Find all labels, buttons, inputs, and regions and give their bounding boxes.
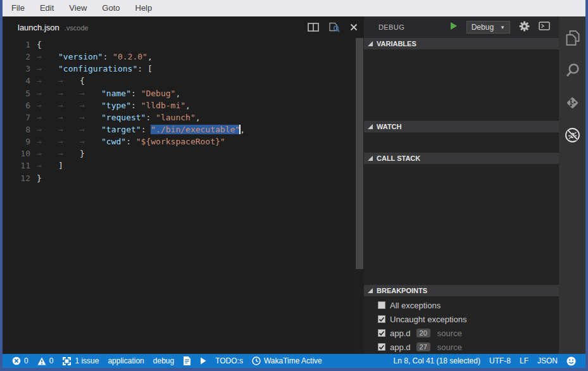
start-debug-button[interactable] <box>450 22 458 33</box>
debug-console-icon[interactable] <box>539 22 550 33</box>
code-line[interactable]: 12} <box>3 172 355 184</box>
code-line[interactable]: 5→→→"name": "Debug", <box>3 87 355 99</box>
clock-icon <box>252 356 261 365</box>
code-line[interactable]: 6→→→"type": "lldb-mi", <box>3 99 355 111</box>
code-token: } <box>80 149 85 158</box>
line-number: 8 <box>3 123 30 135</box>
debug-sidebar: DEBUG Debug ▼ VARIABLES WATCH <box>364 16 559 354</box>
code-line[interactable]: 1{ <box>3 39 355 51</box>
tab-whitespace-marker: → <box>80 99 101 111</box>
watch-content <box>364 132 559 153</box>
menu-item-view[interactable]: View <box>61 0 94 16</box>
status-item-todo-s[interactable]: TODO:s <box>211 354 247 368</box>
tab-whitespace-marker: → <box>37 51 58 63</box>
error-icon <box>12 356 21 365</box>
debug-panel-title: DEBUG <box>378 23 404 31</box>
code-editor[interactable]: 1{2→"version": "0.2.0",3→"configurations… <box>3 38 355 354</box>
debug-disabled-icon[interactable] <box>559 119 585 151</box>
editor-scrollbar[interactable] <box>355 38 364 354</box>
code-token: "type" <box>101 101 131 110</box>
gear-icon[interactable] <box>519 21 530 34</box>
split-editor-icon[interactable] <box>308 23 319 32</box>
tab-whitespace-marker: → <box>58 135 80 148</box>
status-label: LF <box>520 356 529 365</box>
call-stack-content <box>364 164 559 285</box>
code-line[interactable]: 10→→} <box>3 148 355 160</box>
play-icon <box>200 357 206 365</box>
breakpoint-checkbox[interactable] <box>378 315 385 323</box>
status-label: 0 <box>24 356 28 365</box>
code-line[interactable]: 7→→→"request": "launch", <box>3 111 355 123</box>
twistie-icon <box>368 287 373 294</box>
files-icon[interactable] <box>559 22 585 54</box>
line-content: →→→"type": "lldb-mi", <box>37 99 191 111</box>
status-item-smiley-icon[interactable] <box>562 354 580 368</box>
tab-title[interactable]: launch.json <box>18 23 59 32</box>
code-token: : <box>126 137 136 146</box>
section-variables[interactable]: VARIABLES <box>364 38 559 49</box>
breakpoint-line-badge: 20 <box>416 329 430 337</box>
code-line[interactable]: 9→→→"cwd": "${workspaceRoot}" <box>3 135 355 148</box>
menu-item-edit[interactable]: Edit <box>32 0 61 16</box>
status-item-todo-file-icon[interactable] <box>178 354 196 368</box>
tab-whitespace-marker: → <box>37 160 58 172</box>
status-label: JSON <box>537 356 558 365</box>
code-line[interactable]: 2→"version": "0.2.0", <box>3 51 355 63</box>
git-icon[interactable] <box>559 87 585 119</box>
section-watch[interactable]: WATCH <box>364 121 559 132</box>
breakpoint-row[interactable]: app.d20source <box>364 326 559 340</box>
status-item-0[interactable]: 0 <box>33 354 58 368</box>
tab-whitespace-marker: → <box>80 87 101 99</box>
code-token: , <box>240 125 245 134</box>
line-number: 10 <box>3 148 30 160</box>
editor-region: launch.json .vscode 1{2→"version": "0.2.… <box>3 16 364 354</box>
status-label: UTF-8 <box>489 356 511 365</box>
status-item-application[interactable]: application <box>103 354 148 368</box>
menu-item-help[interactable]: Help <box>128 0 160 16</box>
search-icon[interactable] <box>559 54 585 87</box>
tab-whitespace-marker: → <box>80 111 101 123</box>
status-item-debug[interactable]: debug <box>149 354 178 368</box>
breakpoint-checkbox[interactable] <box>378 301 385 309</box>
todo-file-icon <box>183 356 191 366</box>
status-label: debug <box>153 356 174 365</box>
code-token: , <box>196 113 201 122</box>
tab-whitespace-marker: → <box>37 123 58 135</box>
section-variables-label: VARIABLES <box>377 40 416 47</box>
code-line[interactable]: 3→"configurations": [ <box>3 63 355 75</box>
tab-whitespace-marker: → <box>37 148 58 160</box>
scrollbar-thumb[interactable] <box>356 38 363 269</box>
breakpoint-row[interactable]: app.d27source <box>364 340 559 354</box>
warning-icon <box>37 357 46 365</box>
tab-whitespace-marker: → <box>58 75 80 87</box>
line-content: →→→"request": "launch", <box>37 111 201 123</box>
section-breakpoints[interactable]: BREAKPOINTS <box>364 285 559 296</box>
debug-config-dropdown[interactable]: Debug ▼ <box>466 21 510 34</box>
status-item-ln-8-col-41-18-selected[interactable]: Ln 8, Col 41 (18 selected) <box>389 354 485 368</box>
status-right: Ln 8, Col 41 (18 selected)UTF-8LFJSON <box>389 354 580 368</box>
status-item-0[interactable]: 0 <box>8 354 33 368</box>
preview-icon[interactable] <box>328 22 341 33</box>
editor-tab-bar: launch.json .vscode <box>3 16 364 38</box>
section-call-stack[interactable]: CALL STACK <box>364 153 559 164</box>
breakpoint-row[interactable]: Uncaught exceptions <box>364 312 559 326</box>
code-line[interactable]: 8→→→"target": "./bin/executable", <box>3 123 355 135</box>
status-item-play-icon[interactable] <box>196 354 211 368</box>
menu-item-goto[interactable]: Goto <box>94 0 127 16</box>
close-icon[interactable] <box>350 23 358 31</box>
debug-panel-header: DEBUG Debug ▼ <box>364 16 559 38</box>
smiley-icon <box>566 356 576 366</box>
breakpoint-checkbox[interactable] <box>378 329 385 337</box>
line-number: 1 <box>3 39 30 51</box>
menu-item-file[interactable]: File <box>4 0 32 16</box>
status-item-lf[interactable]: LF <box>515 354 533 368</box>
breakpoint-checkbox[interactable] <box>378 343 385 351</box>
status-item-1-issue[interactable]: 1 issue <box>58 354 103 368</box>
code-line[interactable]: 11→] <box>3 160 355 172</box>
line-content: →"version": "0.2.0", <box>37 51 153 63</box>
breakpoint-row[interactable]: All exceptions <box>364 298 559 312</box>
code-line[interactable]: 4→→{ <box>3 75 355 87</box>
status-item-json[interactable]: JSON <box>533 354 562 368</box>
status-item-utf-8[interactable]: UTF-8 <box>485 354 515 368</box>
status-item-wakatime-active[interactable]: WakaTime Active <box>247 354 327 368</box>
